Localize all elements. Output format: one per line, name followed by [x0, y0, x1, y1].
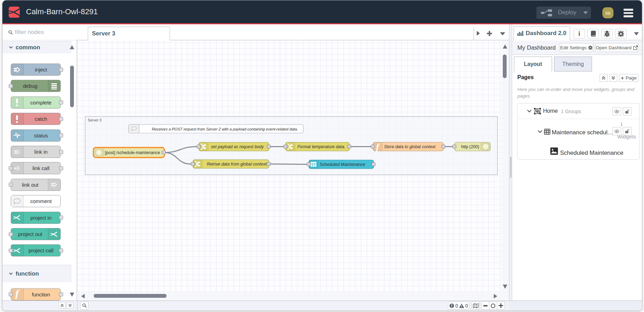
svg-text:Scheduled Maintenance: Scheduled Maintenance	[320, 162, 365, 167]
svg-text:Format temperature data.: Format temperature data.	[297, 144, 345, 149]
svg-text:Store data to global context: Store data to global context	[384, 144, 436, 149]
svg-text:set payload as request body: set payload as request body	[211, 144, 264, 149]
svg-text:Server 3: Server 3	[88, 118, 102, 122]
svg-text:Receives a POST request from S: Receives a POST request from Server 2 wi…	[152, 127, 298, 131]
svg-text:f: f	[15, 289, 20, 299]
svg-text:Retrive data from global conte: Retrive data from global context	[207, 162, 267, 167]
svg-text:http (200): http (200)	[461, 144, 479, 149]
svg-text:[post] /schedule-maintenance: [post] /schedule-maintenance	[105, 150, 160, 155]
